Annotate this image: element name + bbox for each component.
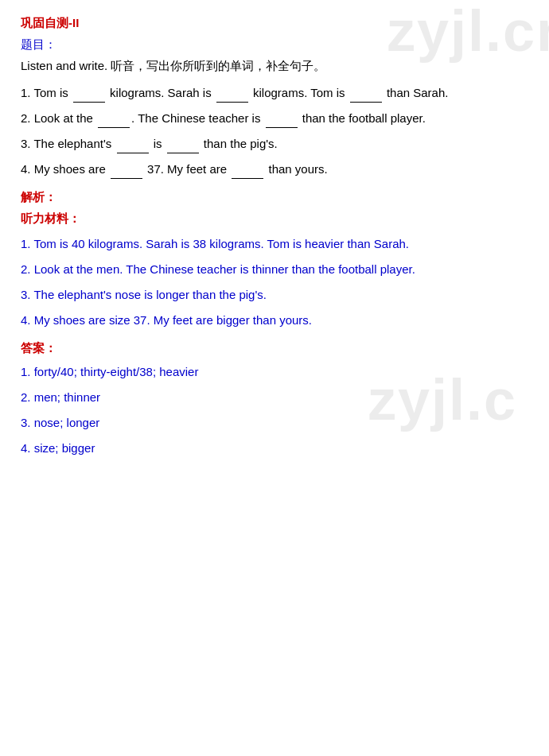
- question-4: 4. My shoes are 37. My feet are than you…: [21, 160, 528, 179]
- answer-item-3-text: nose; longer: [34, 416, 100, 429]
- question-1-number: 1.: [21, 86, 33, 99]
- watermark-top: zyjl.cn: [387, 0, 549, 63]
- answer-item-2-number: 2.: [21, 390, 34, 404]
- instruction-text: Listen and write. 听音，写出你所听到的单词，补全句子。: [21, 59, 528, 74]
- page-container: zyjl.cn 巩固自测-II 题目： Listen and write. 听音…: [0, 0, 549, 480]
- question-2-text: Look at the . The Chinese teacher is tha…: [34, 111, 426, 125]
- question-2: 2. Look at the . The Chinese teacher is …: [21, 109, 528, 128]
- answer-item-3-number: 3.: [21, 416, 34, 429]
- answer-item-4: 4. size; bigger: [21, 439, 528, 458]
- listening-item-3-text: The elephant's nose is longer than the p…: [33, 288, 267, 301]
- page-title: 巩固自测-II: [21, 16, 528, 31]
- analysis-label: 解析：: [21, 190, 528, 205]
- question-1-text: Tom is kilograms. Sarah is kilograms. To…: [33, 86, 448, 99]
- section-label-topic: 题目：: [21, 37, 528, 52]
- listening-item-1-text: Tom is 40 kilograms. Sarah is 38 kilogra…: [33, 237, 409, 250]
- question-1: 1. Tom is kilograms. Sarah is kilograms.…: [21, 83, 528, 103]
- listening-item-4: 4. My shoes are size 37. My feet are big…: [21, 311, 528, 330]
- listening-item-3: 3. The elephant's nose is longer than th…: [21, 285, 528, 304]
- question-4-text: My shoes are 37. My feet are than yours.: [34, 162, 328, 176]
- listening-item-4-text: My shoes are size 37. My feet are bigger…: [34, 313, 312, 327]
- question-3-text: The elephant's is than the pig's.: [33, 137, 277, 150]
- listening-item-2: 2. Look at the men. The Chinese teacher …: [21, 260, 528, 279]
- question-4-number: 4.: [21, 162, 34, 176]
- answer-item-1-number: 1.: [21, 365, 34, 378]
- listening-label: 听力材料：: [21, 211, 528, 227]
- listening-item-1-number: 1.: [21, 237, 33, 250]
- answer-item-4-text: size; bigger: [34, 441, 95, 455]
- answer-item-4-number: 4.: [21, 441, 34, 455]
- listening-item-1: 1. Tom is 40 kilograms. Sarah is 38 kilo…: [21, 235, 528, 254]
- answer-item-3: 3. nose; longer: [21, 413, 528, 432]
- question-3: 3. The elephant's is than the pig's.: [21, 134, 528, 153]
- question-2-number: 2.: [21, 111, 34, 125]
- answer-item-1: 1. forty/40; thirty-eight/38; heavier: [21, 362, 528, 382]
- listening-item-4-number: 4.: [21, 313, 34, 327]
- listening-item-2-text: Look at the men. The Chinese teacher is …: [34, 262, 415, 276]
- listening-item-3-number: 3.: [21, 288, 33, 301]
- answer-item-2-text: men; thinner: [34, 390, 100, 404]
- answer-item-1-text: forty/40; thirty-eight/38; heavier: [34, 365, 199, 378]
- listening-item-2-number: 2.: [21, 262, 34, 276]
- answers-label: 答案：: [21, 341, 528, 356]
- question-3-number: 3.: [21, 137, 33, 150]
- answer-item-2: 2. men; thinner: [21, 388, 528, 407]
